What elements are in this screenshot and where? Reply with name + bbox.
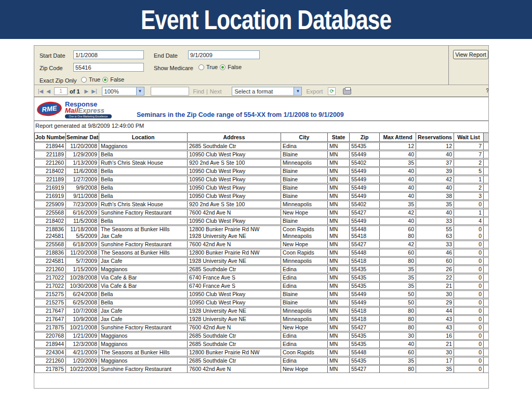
table-row: 2152756/25/2008Bella10950 Club West Pkwy… — [34, 299, 488, 306]
view-report-button[interactable]: View Report — [453, 50, 488, 59]
next-link[interactable]: Next — [210, 88, 222, 95]
cell: Minneapolis — [281, 258, 328, 264]
cell: 217022 — [34, 274, 66, 281]
cell: Via Cafe & Bar — [99, 274, 188, 281]
rme-logo-oval: RME — [36, 101, 63, 117]
table-row: 2243044/21/2009The Seasons at Bunker Hil… — [34, 349, 488, 356]
cell: 1928 University Ave NE — [188, 316, 281, 323]
report-body: RME Response MailExpress One to One Mark… — [34, 98, 488, 380]
cell: MN — [328, 184, 350, 191]
slide-title: Event Location Database — [141, 4, 391, 35]
find-link[interactable]: Find — [193, 88, 204, 95]
cell: New Hope — [281, 209, 328, 216]
cell: 9/11/2008 — [66, 193, 99, 200]
cell: MN — [328, 209, 350, 216]
cell: 55418 — [350, 233, 380, 240]
cell: 55448 — [350, 249, 380, 256]
next-page-icon[interactable]: ▶ — [85, 88, 89, 94]
cell: MN — [328, 316, 350, 323]
cell: Sunshine Factory Restaurant — [99, 241, 188, 248]
cell: Edina — [281, 357, 328, 364]
column-header: Max Attend — [380, 133, 416, 141]
cell: MN — [328, 176, 350, 183]
cell: 215275 — [34, 291, 66, 298]
cell: 0 — [454, 366, 484, 373]
cell: 80 — [380, 258, 416, 264]
cell: Blaine — [281, 151, 328, 158]
table-row: 21764710/7/2008Jax Cafe1928 University A… — [34, 308, 488, 314]
cell: 35 — [380, 283, 416, 289]
show-medicare-radiogroup: True False — [198, 64, 242, 70]
slide-banner: Event Location Database — [0, 0, 532, 39]
cell: 1 — [454, 176, 484, 183]
table-row: 2169199/11/2008Bella10950 Club West Pkwy… — [34, 193, 488, 200]
end-date-input[interactable] — [188, 50, 260, 59]
cell: Edina — [281, 283, 328, 289]
column-header: Zip — [350, 133, 380, 141]
cutoff-column-cell — [484, 133, 488, 141]
cell: 1/27/2009 — [66, 176, 99, 183]
cell: 5/7/2009 — [66, 258, 99, 264]
cell: Coon Rapids — [281, 349, 328, 356]
cell: 55427 — [350, 209, 380, 216]
cell: MN — [328, 193, 350, 200]
help-icon[interactable]: ? — [486, 87, 488, 94]
cell: Edina — [281, 332, 328, 339]
refresh-icon[interactable]: ⟳ — [328, 87, 336, 95]
cell: 7600 42nd Ave N — [188, 209, 281, 216]
first-page-icon[interactable]: |◀ — [38, 88, 43, 94]
zoom-select[interactable]: 100% ▼ — [102, 87, 144, 96]
export-link[interactable]: Export — [306, 88, 323, 95]
zip-code-input[interactable] — [73, 63, 144, 72]
cell: 55418 — [350, 258, 380, 264]
exact-zip-true-radio[interactable] — [81, 77, 87, 83]
cell: MN — [328, 274, 350, 281]
cell: 44 — [416, 308, 454, 314]
cell: 10950 Club West Pkwy — [188, 291, 281, 298]
cell: MN — [328, 324, 350, 331]
exact-zip-false-radio[interactable] — [102, 77, 108, 83]
cell: Bella — [99, 151, 188, 158]
cell: 55449 — [350, 299, 380, 306]
table-row-group: 2169199/9/2008Bella10950 Club West PkwyB… — [34, 184, 488, 192]
cell: Blaine — [281, 291, 328, 298]
cell: 225568 — [34, 209, 66, 216]
report-viewer: Start Date End Date Zip Code Show Medica… — [34, 45, 489, 389]
cutoff-column-cell — [484, 308, 488, 314]
table-row-group: 21702210/28/2008Via Cafe & Bar6740 Franc… — [34, 274, 488, 282]
cell: 9/9/2008 — [66, 184, 99, 191]
cutoff-column-cell — [484, 226, 488, 233]
cell: 35 — [380, 266, 416, 273]
start-date-input[interactable] — [73, 50, 144, 59]
cell: 38 — [416, 193, 454, 200]
cell: 4 — [454, 218, 484, 224]
cell: MN — [328, 283, 350, 289]
start-date-label: Start Date — [39, 52, 65, 59]
cell: Edina — [281, 274, 328, 281]
cell: 12/3/2008 — [66, 341, 99, 348]
cell: 2685 Southdale Ctr — [188, 341, 281, 348]
cell: 40 — [380, 193, 416, 200]
print-icon[interactable] — [343, 88, 351, 95]
cell: Blaine — [281, 193, 328, 200]
cell: 55427 — [350, 366, 380, 373]
cell: 1928 University Ave NE — [188, 233, 281, 240]
previous-page-icon[interactable]: ◀ — [46, 88, 50, 94]
cell: Jax Cafe — [99, 258, 188, 264]
cell: Ruth's Chris Steak House — [99, 201, 188, 208]
report-generated-timestamp: Report generated at 9/8/2009 12:49:00 PM — [35, 123, 144, 129]
format-select[interactable]: Select a format ▼ — [232, 87, 302, 96]
page-number-input[interactable] — [54, 87, 68, 95]
show-medicare-false-radio[interactable] — [220, 64, 225, 70]
cell: 40 — [380, 218, 416, 224]
table-row: 21787510/21/2008Sunshine Factory Restaur… — [34, 324, 488, 331]
show-medicare-true-radio[interactable] — [198, 64, 204, 70]
cell: 55 — [416, 226, 454, 233]
cell: 55449 — [350, 176, 380, 183]
last-page-icon[interactable]: ▶| — [91, 88, 97, 94]
find-input[interactable] — [151, 87, 189, 96]
table-row: 21702210/28/2008Via Cafe & Bar6740 Franc… — [34, 274, 488, 281]
cell: 55418 — [350, 308, 380, 314]
cell: 6740 France Ave S — [188, 283, 281, 289]
cell: 55435 — [350, 266, 380, 273]
